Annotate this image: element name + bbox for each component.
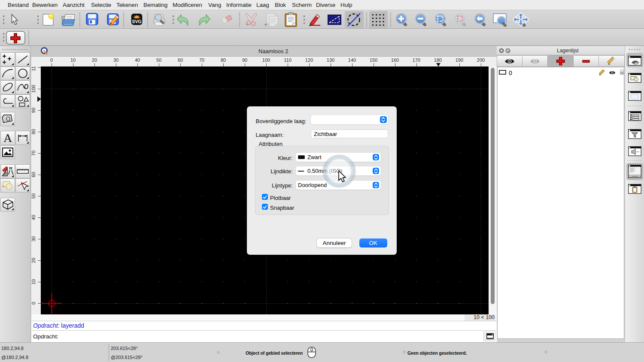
svg-text:command: command (632, 175, 638, 177)
svg-text:110: 110 (284, 57, 292, 63)
svg-text:110: 110 (31, 66, 36, 71)
svg-text:190: 190 (456, 57, 463, 63)
svg-text:200: 200 (477, 57, 485, 63)
svg-text:100: 100 (262, 57, 270, 63)
svg-text:180: 180 (434, 57, 442, 63)
svg-text:SVG: SVG (132, 19, 141, 24)
svg-text:80: 80 (221, 57, 226, 63)
svg-text:10: 10 (31, 279, 36, 284)
svg-text:A: A (3, 131, 12, 144)
svg-text:10: 10 (70, 57, 76, 63)
svg-text:0: 0 (31, 302, 36, 305)
svg-text:90: 90 (31, 108, 36, 113)
svg-text:90: 90 (242, 57, 247, 63)
svg-text:0: 0 (50, 57, 53, 63)
svg-text:70: 70 (31, 151, 36, 156)
svg-text:20: 20 (92, 57, 97, 63)
svg-text:60: 60 (31, 172, 36, 177)
svg-text:170: 170 (413, 57, 420, 63)
svg-text:80: 80 (31, 129, 36, 134)
svg-text:130: 130 (327, 57, 334, 63)
svg-text:150: 150 (370, 57, 377, 63)
svg-text:40: 40 (135, 57, 140, 63)
svg-text:50: 50 (31, 193, 36, 199)
svg-text:40: 40 (31, 215, 36, 220)
svg-text:160: 160 (391, 57, 399, 63)
svg-text:20: 20 (31, 258, 36, 263)
svg-text:140: 140 (348, 57, 356, 63)
svg-text:100: 100 (31, 85, 36, 93)
svg-text:30: 30 (113, 57, 118, 63)
svg-text:+: + (246, 21, 249, 27)
svg-text:70: 70 (199, 57, 204, 63)
svg-text:+: + (264, 21, 267, 27)
svg-text:60: 60 (178, 57, 183, 63)
svg-text:120: 120 (305, 57, 313, 63)
svg-text:50: 50 (156, 57, 161, 63)
svg-text:30: 30 (31, 236, 36, 241)
svg-text:A: A (636, 61, 638, 65)
